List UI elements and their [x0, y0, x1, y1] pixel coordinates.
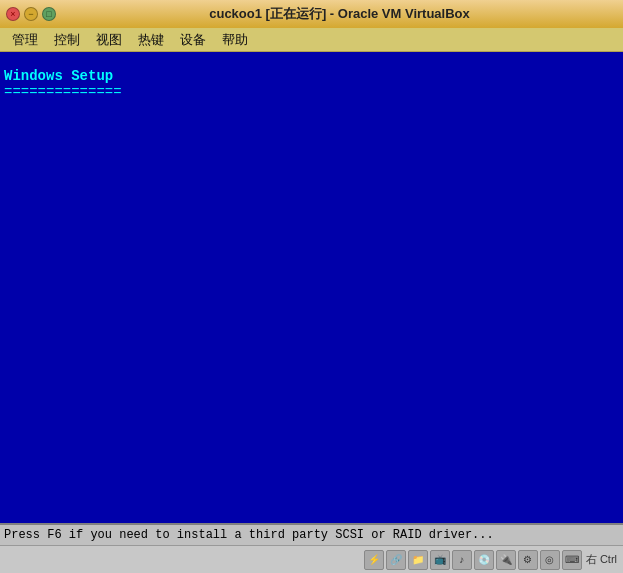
ctrl-label: 右 Ctrl — [584, 552, 619, 567]
menubar: 管理 控制 视图 热键 设备 帮助 — [0, 28, 623, 52]
menu-view[interactable]: 视图 — [88, 29, 130, 51]
vbox-toolbar: ⚡ 🔗 📁 📺 ♪ 💿 🔌 ⚙ ◎ ⌨ 右 Ctrl — [0, 545, 623, 573]
window-title: cuckoo1 [正在运行] - Oracle VM VirtualBox — [62, 5, 617, 23]
menu-hotkeys[interactable]: 热键 — [130, 29, 172, 51]
setup-underline: ============== — [4, 84, 122, 100]
menu-control[interactable]: 控制 — [46, 29, 88, 51]
vm-status-text: Press F6 if you need to install a third … — [4, 528, 619, 542]
screen-icon[interactable]: 📺 — [430, 550, 450, 570]
usb2-icon[interactable]: 🔌 — [496, 550, 516, 570]
setup-area: Windows Setup ============== — [4, 68, 122, 100]
shared-folder-icon[interactable]: 📁 — [408, 550, 428, 570]
window-controls: × − □ — [6, 7, 56, 21]
titlebar: × − □ cuckoo1 [正在运行] - Oracle VM Virtual… — [0, 0, 623, 28]
mouse-icon[interactable]: ◎ — [540, 550, 560, 570]
close-button[interactable]: × — [6, 7, 20, 21]
gear-icon[interactable]: ⚙ — [518, 550, 538, 570]
cd-icon[interactable]: 💿 — [474, 550, 494, 570]
vm-status-bar: Press F6 if you need to install a third … — [0, 523, 623, 545]
usb-icon[interactable]: ⚡ — [364, 550, 384, 570]
vm-screen[interactable]: Windows Setup ============== Press F6 if… — [0, 52, 623, 545]
network-icon[interactable]: 🔗 — [386, 550, 406, 570]
minimize-button[interactable]: − — [24, 7, 38, 21]
maximize-button[interactable]: □ — [42, 7, 56, 21]
setup-title: Windows Setup — [4, 68, 122, 84]
keyboard-icon[interactable]: ⌨ — [562, 550, 582, 570]
menu-devices[interactable]: 设备 — [172, 29, 214, 51]
menu-manage[interactable]: 管理 — [4, 29, 46, 51]
audio-icon[interactable]: ♪ — [452, 550, 472, 570]
menu-help[interactable]: 帮助 — [214, 29, 256, 51]
